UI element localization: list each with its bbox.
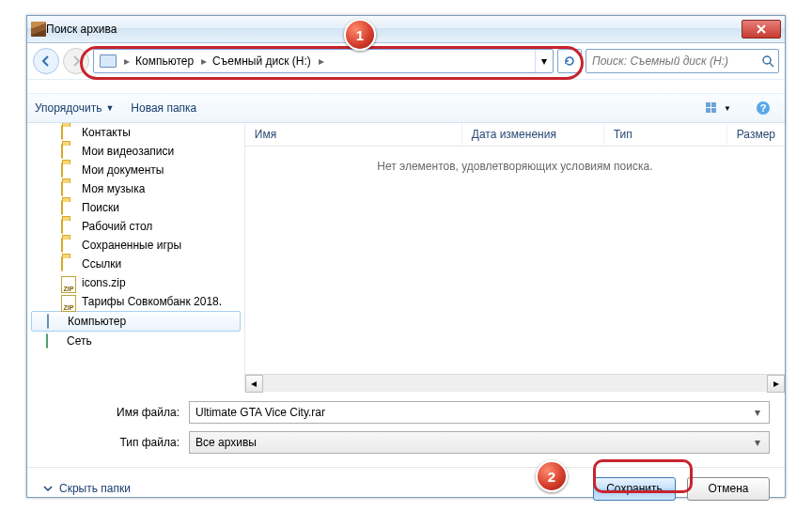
svg-point-0 (763, 56, 771, 64)
filetype-dropdown[interactable]: ▾ (750, 436, 765, 449)
breadcrumb-root-icon[interactable] (94, 50, 124, 72)
svg-rect-1 (706, 102, 710, 107)
search-input[interactable] (586, 49, 779, 73)
title-bar: Поиск архива (27, 16, 785, 43)
tree-item-label: Ссылки (82, 257, 121, 271)
chevron-down-icon: ▼ (724, 104, 731, 113)
tree-item[interactable]: Сеть (27, 332, 244, 350)
hide-folders-link[interactable]: Скрыть папки (42, 482, 131, 495)
tree-item-label: Контакты (82, 126, 131, 139)
filename-dropdown[interactable]: ▾ (750, 406, 765, 419)
close-button[interactable] (742, 20, 781, 39)
toolbar: Упорядочить▼ Новая папка ▼ ? (27, 94, 785, 123)
filename-form: Имя файла: ▾ Тип файла: Все архивы ▾ (27, 392, 785, 467)
search-icon (761, 54, 774, 68)
filetype-value: Все архивы (194, 436, 750, 449)
tree-item[interactable]: Контакты (27, 123, 244, 142)
folder-icon (61, 257, 76, 271)
filename-label: Имя файла: (42, 406, 189, 419)
app-icon (31, 22, 46, 37)
folder-icon (61, 126, 76, 139)
zip-icon: ZIP (61, 295, 76, 308)
tree-item[interactable]: Моя музыка (27, 179, 244, 198)
tree-item-label: Моя музыка (82, 182, 145, 195)
tree-item[interactable]: Сохраненные игры (27, 236, 244, 255)
nav-forward-button[interactable] (63, 48, 89, 74)
arrow-left-icon (39, 54, 53, 68)
svg-rect-4 (711, 108, 716, 113)
nav-back-button[interactable] (33, 48, 59, 74)
folder-icon (61, 201, 76, 214)
tree-item-label: Сеть (67, 334, 92, 348)
tree-item[interactable]: ZIPicons.zip (27, 273, 244, 292)
tree-item[interactable]: Ссылки (27, 255, 244, 273)
filetype-combo[interactable]: Все архивы ▾ (189, 431, 770, 454)
nav-bar: ▸ Компьютер ▸ Съемный диск (H:) ▸ ▾ (27, 43, 785, 79)
organize-menu[interactable]: Упорядочить▼ (35, 101, 114, 115)
folder-icon (61, 239, 76, 252)
col-size[interactable]: Размер (727, 123, 785, 146)
filename-field[interactable] (194, 405, 750, 420)
body: КонтактыМои видеозаписиМои документыМоя … (27, 123, 785, 392)
arrow-right-icon (70, 54, 83, 68)
help-icon: ? (756, 101, 771, 116)
tree-item-label: Поиски (82, 201, 119, 214)
col-name[interactable]: Имя (245, 123, 462, 146)
new-folder-button[interactable]: Новая папка (131, 101, 196, 115)
cancel-button[interactable]: Отмена (687, 477, 770, 501)
tree-item[interactable]: Мои документы (27, 161, 244, 179)
folder-icon (61, 220, 76, 233)
tree-item[interactable]: ZIPТарифы Совкомбанк 2018. (27, 292, 244, 311)
tree-item-label: Мои видеозаписи (82, 145, 174, 158)
scroll-track[interactable] (263, 376, 767, 392)
shelf-divider (27, 79, 785, 94)
scroll-right-button[interactable]: ▸ (767, 375, 785, 393)
computer-icon (100, 54, 117, 68)
folder-icon (61, 145, 76, 158)
breadcrumb-seg-computer[interactable]: Компьютер (130, 50, 201, 72)
save-dialog: Поиск архива ▸ Компьютер ▸ Съемный диск … (26, 15, 786, 498)
folder-icon (61, 182, 76, 195)
col-date[interactable]: Дата изменения (462, 123, 604, 146)
refresh-icon (563, 54, 576, 68)
breadcrumb[interactable]: ▸ Компьютер ▸ Съемный диск (H:) ▸ ▾ (93, 49, 554, 73)
folder-tree[interactable]: КонтактыМои видеозаписиМои документыМоя … (27, 123, 245, 392)
annotation-marker-1: 1 (344, 19, 376, 51)
column-headers: Имя Дата изменения Тип Размер (245, 123, 785, 147)
tree-item-label: Мои документы (82, 163, 164, 177)
breadcrumb-seg-drive[interactable]: Съемный диск (H:) (207, 50, 319, 72)
window-title: Поиск архива (46, 23, 742, 36)
tree-item[interactable]: Мои видеозаписи (27, 142, 244, 161)
refresh-button[interactable] (557, 49, 582, 73)
svg-rect-3 (706, 108, 710, 113)
tree-item-label: Сохраненные игры (82, 239, 181, 252)
tree-item[interactable]: Рабочий стол (27, 217, 244, 236)
scroll-left-button[interactable]: ◂ (245, 375, 263, 393)
chevron-right-icon: ▸ (319, 54, 324, 68)
tree-item-label: Компьютер (68, 315, 126, 328)
view-options-button[interactable]: ▼ (704, 97, 732, 119)
tree-item-label: icons.zip (82, 276, 126, 289)
chevron-down-icon: ▼ (105, 103, 114, 113)
filename-input[interactable]: ▾ (189, 401, 770, 424)
svg-text:?: ? (760, 102, 767, 114)
tree-item-label: Рабочий стол (82, 220, 152, 233)
empty-list-message: Нет элементов, удовлетворяющих условиям … (245, 147, 785, 374)
breadcrumb-dropdown[interactable]: ▾ (535, 50, 553, 72)
save-button[interactable]: Сохранить (593, 477, 676, 501)
filetype-label: Тип файла: (42, 436, 189, 449)
tree-item[interactable]: Поиски (27, 198, 244, 217)
close-icon (757, 24, 766, 34)
tree-item[interactable]: Компьютер (31, 311, 241, 332)
col-type[interactable]: Тип (604, 123, 727, 146)
help-button[interactable]: ? (749, 97, 777, 119)
annotation-marker-2: 2 (536, 460, 568, 492)
file-list-pane: Имя Дата изменения Тип Размер Нет элемен… (245, 123, 785, 392)
horizontal-scrollbar[interactable]: ◂ ▸ (245, 374, 785, 392)
network-icon (46, 334, 61, 348)
zip-icon: ZIP (61, 276, 76, 289)
search-field[interactable] (590, 54, 761, 69)
computer-icon (47, 315, 62, 328)
chevron-down-icon (42, 483, 54, 494)
footer: Скрыть папки Сохранить Отмена (27, 467, 785, 509)
